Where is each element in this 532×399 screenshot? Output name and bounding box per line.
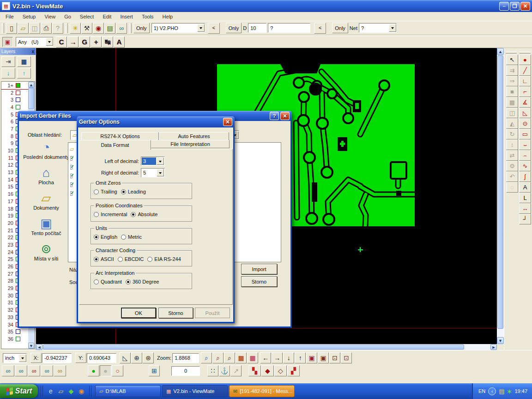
menu-item[interactable]: Edit — [98, 13, 116, 20]
horizontal-scroll-thumb[interactable] — [43, 345, 464, 350]
radio-icon[interactable] — [121, 189, 126, 194]
minimize-button[interactable]: – — [499, 2, 509, 11]
menu-item[interactable]: Help — [158, 13, 178, 20]
view-traces-glasses-button[interactable]: ∞ — [15, 365, 27, 376]
radio-icon[interactable] — [131, 212, 136, 217]
chevron-down-icon[interactable] — [157, 169, 164, 176]
draw-corner-button[interactable]: ┘ — [519, 214, 531, 224]
scroll-up-icon[interactable]: ▲ — [28, 82, 34, 88]
tool-add-button[interactable]: + — [91, 36, 102, 48]
pan-left-button[interactable]: ← — [260, 352, 271, 363]
selection-filter-button[interactable]: ▣ — [2, 37, 13, 47]
folder-icon[interactable]: ▱ — [70, 145, 74, 153]
layer-on-bulb-button[interactable]: ● — [88, 365, 99, 376]
scroll-up-icon[interactable]: ▲ — [497, 48, 504, 55]
place-desktop[interactable]: ⌂ Plocha — [23, 166, 69, 185]
measure-film-button[interactable]: ⚒ — [81, 23, 92, 34]
center-origin-button[interactable]: ⊛ — [143, 352, 154, 363]
draw-elbow-button[interactable]: ⌐ — [519, 86, 531, 97]
anchor-button[interactable]: ⚓ — [219, 365, 230, 376]
task-viewmate[interactable]: ▦ V2.bin - ViewMate — [162, 385, 228, 397]
place-my-computer[interactable]: ▣ Tento počítač — [23, 217, 69, 236]
radio-option[interactable]: Absolute — [131, 212, 157, 217]
import-button[interactable]: Import — [241, 264, 277, 274]
grid-display-button[interactable]: ▦ — [247, 352, 258, 363]
context-help-button[interactable]: ? — [52, 23, 63, 34]
fill-pattern-button[interactable]: ▩ — [506, 97, 518, 108]
move-to-layer-button[interactable]: ⇒ — [506, 76, 518, 86]
layer-row[interactable]: 4 — [1, 103, 28, 111]
swap-button[interactable]: ⇄ — [506, 150, 518, 161]
tool-g-button[interactable]: G — [79, 36, 90, 48]
chevron-down-icon[interactable] — [157, 157, 164, 165]
layer-color-swatch[interactable] — [16, 105, 20, 109]
toolbar-grip[interactable] — [129, 23, 132, 33]
close-button[interactable]: ✕ — [223, 118, 232, 126]
draw-angle-arc-button[interactable]: ∡ — [519, 97, 531, 108]
trace-mode-button[interactable]: ▞ — [287, 365, 300, 376]
layer-row[interactable]: 1+ — [1, 82, 28, 89]
menu-item[interactable]: View — [40, 13, 60, 20]
layer-color-swatch[interactable] — [16, 91, 20, 95]
copy-view-button[interactable]: ▣ — [306, 352, 317, 363]
layer-setup-button[interactable]: ▦ — [17, 56, 31, 67]
right-of-decimal-combo[interactable]: 5 — [141, 168, 165, 177]
pan-down-button[interactable]: ↓ — [283, 352, 294, 363]
inspect-glasses-button[interactable]: ∞ — [116, 23, 127, 34]
draw-point-button[interactable]: ● — [519, 54, 531, 65]
selection-filter-combo[interactable]: Any (U) — [16, 37, 54, 47]
copy-to-layer-button[interactable]: ⇉ — [506, 65, 518, 76]
layer-color-swatch[interactable] — [16, 337, 20, 341]
chevron-down-icon[interactable] — [389, 24, 396, 32]
draw-curve-button[interactable]: ∿ — [519, 161, 531, 171]
dimension-tool-button[interactable]: ↔ — [519, 203, 531, 214]
zoom-window-button[interactable]: ⊡ — [329, 352, 340, 363]
task-mlab[interactable]: ▱ D:\MLAB — [95, 385, 161, 397]
save-button[interactable]: ◫ — [29, 23, 40, 34]
cancel-button[interactable]: Storno — [158, 308, 193, 318]
place-documents[interactable]: ▱ Dokumenty — [23, 191, 69, 211]
layer-dim-bulb-button[interactable]: ● — [100, 365, 111, 376]
lasso-button[interactable]: ◌ — [506, 182, 518, 193]
new-button[interactable]: ▯ — [6, 23, 17, 34]
draw-triangle-button[interactable]: ◺ — [519, 108, 531, 118]
layer-color-swatch[interactable] — [16, 97, 20, 102]
view-solid-glasses-button[interactable]: ∞ — [28, 365, 40, 376]
step-repeat-button[interactable]: ⚙ — [506, 161, 518, 171]
gerber-file-icon[interactable]: ▯ ✓ — [70, 171, 74, 180]
dialog-title-bar[interactable]: Gerber Options ✕ — [77, 116, 235, 127]
layer-color-swatch[interactable] — [16, 329, 20, 334]
radio-icon[interactable] — [121, 235, 126, 240]
layer-row[interactable]: 36 — [1, 335, 28, 343]
radio-option[interactable]: Incremental — [94, 212, 127, 217]
left-of-decimal-combo[interactable]: 3 — [141, 157, 165, 166]
mirror-button[interactable]: ◫ — [506, 108, 518, 118]
tray-icq-icon[interactable]: ∗ — [507, 388, 512, 394]
menu-item[interactable]: Setup — [18, 13, 41, 20]
radio-icon[interactable] — [126, 279, 131, 284]
vertical-scroll-thumb[interactable] — [497, 55, 503, 329]
undo-button[interactable]: ↶ — [506, 171, 518, 182]
zoom-selection-button[interactable]: ⌕ — [212, 352, 224, 363]
radio-option[interactable]: Trailing — [94, 189, 117, 194]
film-colors-button[interactable]: ▤ — [104, 23, 115, 34]
rotate-button[interactable]: ↻ — [506, 129, 518, 139]
layer-down-button[interactable]: ↓ — [1, 68, 15, 79]
dcode-film-button[interactable]: ◉ — [93, 23, 104, 34]
scroll-down-icon[interactable]: ▼ — [28, 343, 34, 349]
draw-arc-down-button[interactable]: ⌢ — [519, 150, 531, 161]
tool-a-button[interactable]: A — [114, 36, 125, 48]
chevron-down-icon[interactable] — [197, 24, 205, 32]
dcode-input[interactable]: 10 — [248, 23, 266, 33]
pan-up-button[interactable]: ↑ — [295, 352, 306, 363]
view-pads-glasses-button[interactable]: ∞ — [2, 365, 14, 376]
menu-item[interactable]: File — [1, 13, 18, 20]
y-coordinate-button[interactable]: Y: — [75, 353, 86, 363]
draw-mode-button[interactable]: ◆ — [261, 365, 274, 376]
toolbar-grip[interactable] — [520, 51, 531, 54]
scroll-right-icon[interactable]: ► — [490, 344, 497, 350]
angle-measure-button[interactable]: ◺ — [120, 352, 131, 363]
zoom-tool-button[interactable]: ⌕ — [201, 352, 212, 363]
grid-split-button[interactable]: ⊞ — [149, 365, 160, 376]
layer-color-swatch[interactable] — [16, 83, 20, 88]
